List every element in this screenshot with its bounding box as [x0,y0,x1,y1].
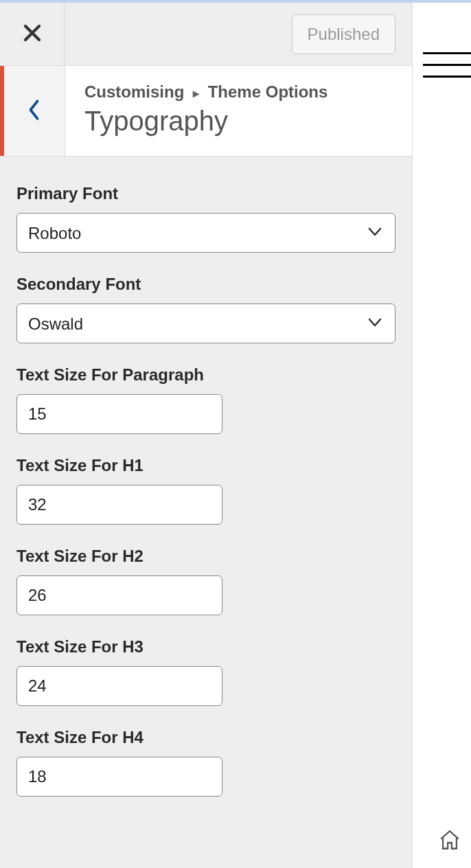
secondary-font-label: Secondary Font [16,275,395,294]
home-icon [438,842,461,854]
primary-font-label: Primary Font [16,184,395,203]
breadcrumb: Customising ▸ Theme Options [84,82,393,102]
h1-size-label: Text Size For H1 [16,456,395,475]
secondary-font-select[interactable]: Oswald [16,304,395,343]
customizer-header: Published [0,3,412,66]
primary-font-select[interactable]: Roboto [16,213,395,253]
h2-size-label: Text Size For H2 [16,547,395,566]
chevron-left-icon [27,98,42,124]
close-button[interactable] [0,3,65,65]
page-title: Typography [84,106,393,137]
close-icon [22,23,43,46]
breadcrumb-section: Theme Options [208,82,328,101]
back-button[interactable] [4,66,65,156]
h1-size-input[interactable] [16,485,222,525]
customizer-panel: Published Customising ▸ Theme Options Ty… [0,3,413,868]
menu-button[interactable] [423,52,471,87]
publish-status-button[interactable]: Published [292,14,395,54]
breadcrumb-separator-icon: ▸ [193,87,199,100]
breadcrumb-root: Customising [84,82,184,101]
paragraph-size-input[interactable] [16,394,222,434]
h4-size-label: Text Size For H4 [16,728,395,747]
home-button[interactable] [438,828,461,854]
hamburger-icon [423,52,471,78]
h4-size-input[interactable] [16,757,222,797]
preview-pane [413,3,471,868]
h3-size-input[interactable] [16,666,222,706]
section-header: Customising ▸ Theme Options Typography [0,66,412,157]
paragraph-size-label: Text Size For Paragraph [16,365,395,385]
h3-size-label: Text Size For H3 [16,637,395,656]
controls-area: Primary Font Roboto Secondary Font Oswal… [0,157,412,832]
h2-size-input[interactable] [16,575,222,615]
